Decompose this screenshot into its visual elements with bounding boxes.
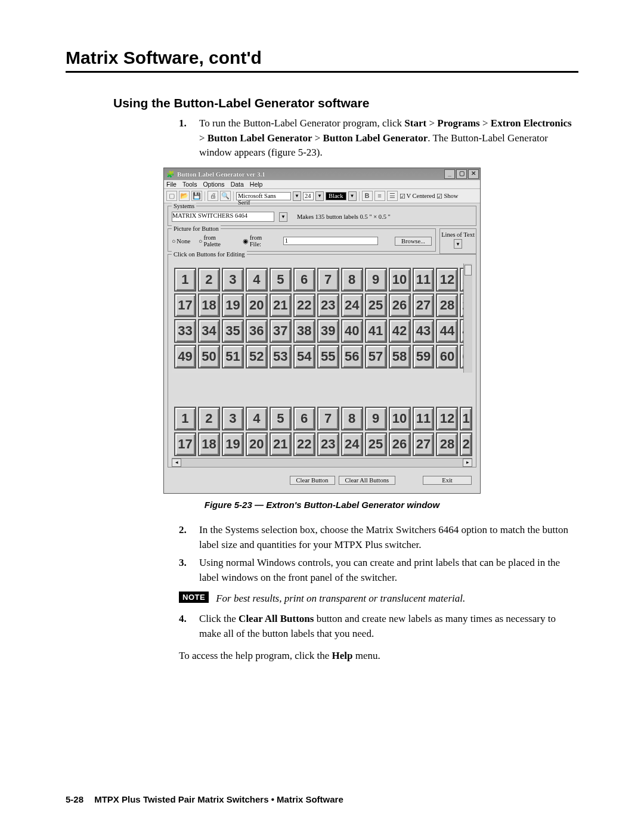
label-cell[interactable]: 25	[365, 293, 387, 317]
label-cell[interactable]: 8	[341, 407, 363, 431]
label-cell[interactable]: 59	[413, 345, 435, 368]
maximize-button[interactable]: ▢	[456, 169, 467, 179]
clear-all-button[interactable]: Clear All Buttons	[339, 476, 396, 485]
open-icon[interactable]: 📂	[179, 191, 190, 201]
label-cell[interactable]: 8	[341, 268, 363, 292]
color-selector[interactable]: Black	[326, 192, 346, 200]
browse-button[interactable]: Browse...	[395, 237, 432, 246]
clear-button[interactable]: Clear Button	[290, 476, 335, 485]
print-icon[interactable]: 🖨	[208, 191, 218, 201]
label-cell[interactable]: 25	[365, 432, 387, 456]
minimize-button[interactable]: _	[444, 169, 455, 179]
menu-data[interactable]: Data	[231, 181, 244, 188]
label-cell[interactable]: 20	[246, 432, 268, 456]
label-cell[interactable]: 18	[198, 432, 220, 456]
label-cell[interactable]: 11	[413, 407, 435, 431]
color-dropdown[interactable]: ▼	[348, 191, 357, 201]
file-path-input[interactable]: 1	[283, 237, 378, 245]
label-cell[interactable]: 17	[174, 293, 196, 317]
label-cell[interactable]: 11	[413, 268, 435, 292]
label-cell[interactable]: 36	[246, 319, 268, 343]
label-cell[interactable]: 43	[413, 319, 435, 343]
label-cell[interactable]: 7	[317, 268, 339, 292]
label-cell[interactable]: 9	[365, 407, 387, 431]
label-cell[interactable]: 60	[436, 345, 458, 368]
lines-of-text-dropdown[interactable]: ▼	[454, 239, 462, 249]
label-cell[interactable]: 10	[389, 268, 411, 292]
label-cell[interactable]: 27	[413, 432, 435, 456]
menu-file[interactable]: File	[166, 181, 177, 188]
menu-help[interactable]: Help	[250, 181, 263, 188]
label-cell[interactable]: 3	[222, 268, 244, 292]
label-cell[interactable]: 5	[270, 407, 292, 431]
label-cell[interactable]: 33	[174, 319, 196, 343]
label-cell[interactable]: 20	[246, 293, 268, 317]
label-cell[interactable]: 1	[174, 268, 196, 292]
label-cell[interactable]: 2	[198, 407, 220, 431]
label-cell[interactable]: 41	[365, 319, 387, 343]
label-cell[interactable]: 26	[389, 432, 411, 456]
systems-select[interactable]: MATRIX SWITCHERS 6464	[172, 212, 274, 222]
label-cell[interactable]: 27	[413, 293, 435, 317]
label-cell[interactable]: 21	[270, 293, 292, 317]
label-cell[interactable]: 34	[198, 319, 220, 343]
preview-icon[interactable]: 🔍	[220, 191, 231, 201]
menu-options[interactable]: Options	[203, 181, 224, 188]
radio-none[interactable]: ○None	[172, 238, 190, 244]
label-cell[interactable]: 40	[341, 319, 363, 343]
new-icon[interactable]: ▢	[166, 191, 177, 201]
label-cell[interactable]: 35	[222, 319, 244, 343]
vertical-scrollbar[interactable]	[463, 264, 472, 373]
label-cell[interactable]: 26	[389, 293, 411, 317]
label-cell[interactable]: 4	[246, 407, 268, 431]
label-cell[interactable]: 42	[389, 319, 411, 343]
label-cell[interactable]: 39	[317, 319, 339, 343]
font-name[interactable]: Microsoft Sans Serif	[236, 192, 291, 200]
titlebar[interactable]: 🧩 Button Label Generator ver 3.1 _ ▢ ✕	[164, 168, 480, 180]
label-cell[interactable]: 4	[246, 268, 268, 292]
label-cell[interactable]: 52	[246, 345, 268, 368]
radio-palette[interactable]: ○from Palette	[199, 234, 234, 247]
horizontal-scrollbar[interactable]: ◂ ▸	[172, 458, 472, 467]
systems-dropdown[interactable]: ▼	[279, 212, 287, 222]
label-cell[interactable]: 22	[293, 293, 315, 317]
label-cell[interactable]: 57	[365, 345, 387, 368]
close-button[interactable]: ✕	[468, 169, 479, 179]
menu-tools[interactable]: Tools	[182, 181, 197, 188]
label-cell[interactable]: 21	[270, 432, 292, 456]
show-checkbox[interactable]: ☑Show	[436, 193, 458, 200]
label-cell[interactable]: 44	[436, 319, 458, 343]
label-cell[interactable]: 2	[460, 432, 472, 456]
font-size[interactable]: 24	[303, 192, 314, 200]
label-cell[interactable]: 2	[198, 268, 220, 292]
align-left-icon[interactable]: ≡	[374, 191, 385, 201]
scroll-left-icon[interactable]: ◂	[172, 459, 181, 467]
align-center-icon[interactable]: ☰	[387, 191, 398, 201]
label-cell[interactable]: 49	[174, 345, 196, 368]
scroll-right-icon[interactable]: ▸	[463, 459, 472, 467]
label-cell[interactable]: 55	[317, 345, 339, 368]
label-cell[interactable]: 37	[270, 319, 292, 343]
label-cell[interactable]: 12	[436, 407, 458, 431]
label-cell[interactable]: 24	[341, 293, 363, 317]
save-icon[interactable]: 💾	[191, 191, 202, 201]
label-cell[interactable]: 38	[293, 319, 315, 343]
label-cell[interactable]: 6	[293, 268, 315, 292]
label-cell[interactable]: 1	[174, 407, 196, 431]
label-cell[interactable]: 7	[317, 407, 339, 431]
bold-button[interactable]: B	[362, 191, 373, 201]
label-cell[interactable]: 23	[317, 432, 339, 456]
exit-button[interactable]: Exit	[423, 476, 472, 485]
label-cell[interactable]: 58	[389, 345, 411, 368]
label-cell[interactable]: 19	[222, 293, 244, 317]
radio-file[interactable]: ◉from File:	[243, 234, 275, 247]
label-cell[interactable]: 28	[436, 432, 458, 456]
label-cell[interactable]: 56	[341, 345, 363, 368]
label-cell[interactable]: 19	[222, 432, 244, 456]
label-cell[interactable]: 3	[222, 407, 244, 431]
vcentered-checkbox[interactable]: ☑V Centered	[400, 193, 435, 200]
label-cell[interactable]: 28	[436, 293, 458, 317]
label-cell[interactable]: 23	[317, 293, 339, 317]
label-cell[interactable]: 24	[341, 432, 363, 456]
label-cell[interactable]: 51	[222, 345, 244, 368]
